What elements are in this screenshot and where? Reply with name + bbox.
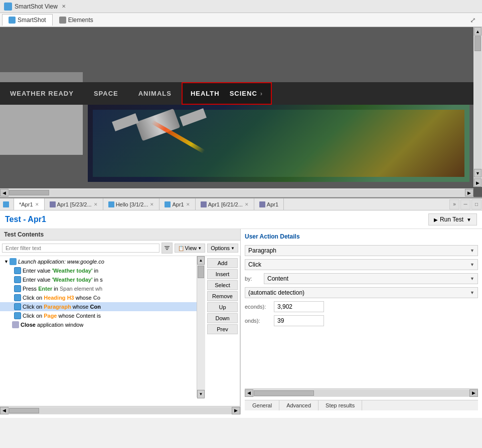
item-text: Press Enter in Span element wh bbox=[23, 286, 102, 292]
list-item[interactable]: Click on Paragraph whose Con bbox=[0, 302, 205, 311]
dropdown-arrow[interactable]: ▼ bbox=[466, 217, 471, 222]
contents-h-thumb[interactable] bbox=[9, 408, 39, 413]
scroll-thumb[interactable] bbox=[474, 36, 481, 51]
list-item[interactable]: ▼ Launch application: www.google.co bbox=[0, 257, 205, 266]
dropdown-row-3: by: Content ▼ bbox=[245, 273, 478, 284]
tab-step-results[interactable]: Step results bbox=[318, 400, 362, 410]
right-h-scrollbar[interactable]: ◀ ▶ bbox=[245, 388, 478, 397]
expand-arrow: ▼ bbox=[4, 259, 9, 264]
items-scroll-down[interactable]: ▼ bbox=[197, 390, 205, 398]
up-button[interactable]: Up bbox=[207, 302, 238, 312]
more-tabs-btn[interactable]: » bbox=[449, 199, 459, 209]
contents-h-scrollbar[interactable]: ◀ ▶ bbox=[0, 406, 240, 414]
insert-button[interactable]: Insert bbox=[207, 269, 238, 279]
contents-scroll-right[interactable]: ▶ bbox=[232, 407, 240, 414]
items-scroll-thumb[interactable] bbox=[198, 266, 204, 278]
nav-animals[interactable]: ANIMALS bbox=[128, 82, 182, 105]
test-header: Test - Apr1 ▶ Run Test ▼ bbox=[0, 210, 482, 229]
tab-close-2[interactable]: ✕ bbox=[150, 202, 154, 207]
screenshot-h-scrollbar[interactable]: ◀ ▶ bbox=[0, 188, 473, 197]
minimize-btn[interactable]: ─ bbox=[460, 199, 470, 209]
items-scroll-track[interactable] bbox=[197, 266, 205, 390]
test-items-list: ▼ Launch application: www.google.co Ente… bbox=[0, 256, 205, 330]
top-tab-bar: SmartShot Elements ⤢ bbox=[0, 13, 482, 27]
nav-space[interactable]: SPACE bbox=[84, 82, 128, 105]
list-item[interactable]: Press Enter in Span element wh bbox=[0, 284, 205, 293]
list-item[interactable]: Close application window bbox=[0, 320, 205, 329]
close-icon[interactable]: ✕ bbox=[62, 4, 66, 9]
filter-input[interactable] bbox=[2, 244, 159, 253]
down-button[interactable]: Down bbox=[207, 313, 238, 323]
tab-hello[interactable]: Hello [3/1/2... ✕ bbox=[103, 198, 160, 210]
right-scroll-left[interactable]: ◀ bbox=[245, 389, 253, 397]
filter-icon-btn[interactable] bbox=[162, 243, 173, 254]
paragraph-dropdown[interactable]: Paragraph ▼ bbox=[245, 245, 478, 256]
nav-health-science[interactable]: HEALTH SCIENC › bbox=[182, 82, 272, 105]
auto-detection-dropdown[interactable]: (automatic detection) ▼ bbox=[245, 287, 478, 298]
click-dropdown[interactable]: Click ▼ bbox=[245, 259, 478, 270]
scroll-right-btn[interactable]: ▶ bbox=[474, 178, 481, 187]
tab-close-3[interactable]: ✕ bbox=[186, 202, 190, 207]
svg-rect-0 bbox=[165, 246, 170, 247]
doc-icon-0 bbox=[50, 201, 56, 207]
bottom-panel: *Apr1 ✕ Apr1 [5/23/2... ✕ Hello [3/1/2..… bbox=[0, 197, 482, 418]
main-content: Test Contents 📋 View ▼ Options ▼ bbox=[0, 229, 482, 414]
tab-advanced[interactable]: Advanced bbox=[279, 400, 318, 410]
expand-button[interactable]: ⤢ bbox=[470, 16, 480, 24]
select-button[interactable]: Select bbox=[207, 280, 238, 290]
test-title: Test - Apr1 bbox=[5, 215, 46, 224]
doc-icon-4 bbox=[259, 201, 265, 207]
tab-apr1-may[interactable]: Apr1 [5/23/2... ✕ bbox=[45, 198, 103, 210]
tab-apr1-2[interactable]: Apr1 ✕ bbox=[159, 198, 195, 210]
tab-apr1-jun[interactable]: Apr1 [6/21/2... ✕ bbox=[196, 198, 254, 210]
item-icon-click2 bbox=[14, 303, 21, 310]
scroll-right-h-btn[interactable]: ▶ bbox=[465, 189, 473, 196]
item-text: Enter value 'Weather today' in bbox=[23, 268, 98, 274]
list-item[interactable]: Enter value 'Weather today' in s bbox=[0, 275, 205, 284]
tab-close-1[interactable]: ✕ bbox=[94, 202, 98, 207]
view-button[interactable]: 📋 View ▼ bbox=[175, 244, 206, 253]
h-scroll-track[interactable] bbox=[9, 189, 465, 196]
list-item[interactable]: Click on Page whose Content is bbox=[0, 311, 205, 320]
nav-weather-ready[interactable]: WEATHER READY bbox=[0, 82, 84, 105]
smartshot-tab-label: SmartShot bbox=[18, 17, 46, 24]
item-text: Launch application: www.google.co bbox=[18, 259, 104, 265]
item-icon-enter bbox=[14, 267, 21, 274]
contents-scroll-left[interactable]: ◀ bbox=[0, 407, 9, 414]
screenshot-v-scrollbar[interactable]: ▲ ▼ ▶ bbox=[473, 27, 482, 187]
contents-h-track[interactable] bbox=[9, 407, 232, 414]
prev-button[interactable]: Prev bbox=[207, 324, 238, 334]
tab-close-4[interactable]: ✕ bbox=[245, 202, 249, 207]
scroll-track[interactable] bbox=[474, 36, 481, 169]
remove-button[interactable]: Remove bbox=[207, 291, 238, 301]
tab-elements[interactable]: Elements bbox=[53, 14, 100, 26]
maximize-btn[interactable]: □ bbox=[471, 199, 481, 209]
content-dropdown[interactable]: Content ▼ bbox=[264, 273, 478, 284]
tab-apr1-3[interactable]: Apr1 bbox=[254, 198, 284, 210]
options-dropdown-arrow: ▼ bbox=[231, 246, 235, 251]
tab-general[interactable]: General bbox=[245, 400, 279, 410]
items-v-scrollbar[interactable]: ▲ ▼ bbox=[197, 256, 205, 397]
right-h-track[interactable] bbox=[253, 390, 469, 396]
run-icon: ▶ bbox=[434, 217, 438, 222]
h-scroll-thumb[interactable] bbox=[9, 190, 49, 195]
add-button[interactable]: Add bbox=[207, 258, 238, 268]
run-test-button[interactable]: ▶ Run Test ▼ bbox=[428, 213, 477, 226]
items-scroll-up[interactable]: ▲ bbox=[197, 256, 205, 265]
econds-label: econds): bbox=[245, 304, 270, 310]
econds-input[interactable] bbox=[274, 301, 324, 312]
onds-input[interactable] bbox=[274, 315, 324, 326]
list-item[interactable]: Enter value 'Weather today' in bbox=[0, 266, 205, 275]
tab-smartshot[interactable]: SmartShot bbox=[2, 14, 53, 26]
scroll-down-btn[interactable]: ▼ bbox=[474, 169, 481, 177]
item-icon-click3 bbox=[14, 312, 21, 319]
tab-apr1-active[interactable]: *Apr1 ✕ bbox=[14, 198, 45, 210]
scroll-left-btn[interactable]: ◀ bbox=[0, 189, 9, 196]
list-item[interactable]: Click on Heading H3 whose Co bbox=[0, 293, 205, 302]
screenshot-area: WEATHER READY SPACE ANIMALS HEALTH SCIEN… bbox=[0, 27, 482, 197]
right-scroll-right[interactable]: ▶ bbox=[469, 389, 478, 397]
right-h-thumb[interactable] bbox=[254, 390, 314, 396]
options-button[interactable]: Options ▼ bbox=[207, 244, 238, 253]
tab-close-0[interactable]: ✕ bbox=[35, 202, 39, 207]
scroll-up-btn[interactable]: ▲ bbox=[474, 27, 481, 36]
